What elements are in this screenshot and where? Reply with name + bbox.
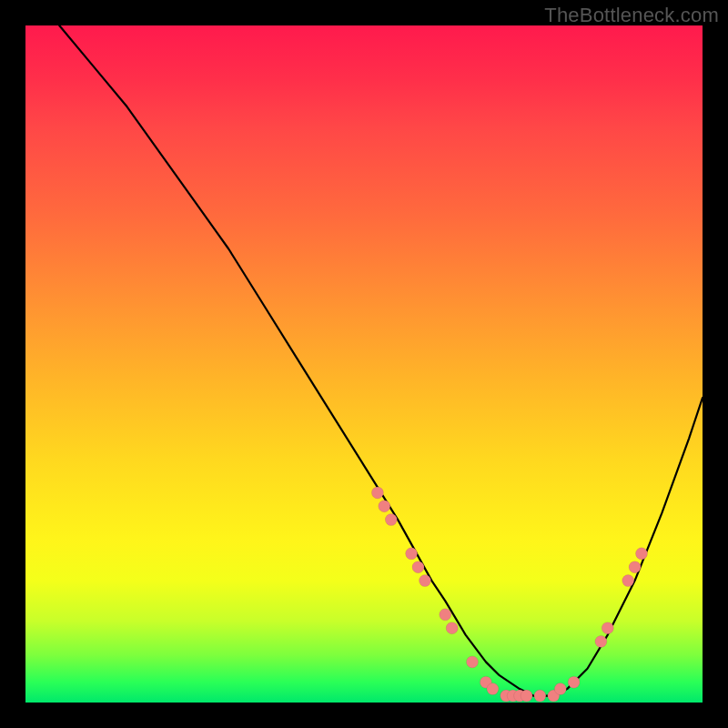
data-point-p16 [534, 690, 546, 702]
data-point-p5 [412, 561, 424, 573]
data-point-p24 [636, 548, 648, 560]
data-point-p15 [521, 690, 532, 702]
data-point-p7 [440, 609, 451, 621]
plot-area [25, 25, 703, 703]
data-point-p18 [554, 683, 566, 695]
data-point-p21 [602, 622, 613, 634]
data-point-p11 [487, 683, 499, 695]
data-point-p8 [446, 622, 458, 634]
watermark-text: TheBottleneck.com [544, 4, 719, 27]
data-point-p20 [595, 636, 607, 648]
data-point-p2 [379, 500, 390, 512]
data-points-group [371, 487, 647, 702]
bottleneck-curve [59, 25, 703, 696]
data-point-p4 [406, 548, 418, 560]
data-point-p3 [385, 514, 397, 526]
data-point-p1 [371, 487, 383, 499]
chart-svg [25, 25, 703, 703]
data-point-p23 [629, 561, 641, 573]
data-point-p19 [568, 676, 580, 688]
data-point-p22 [622, 575, 634, 587]
data-point-p6 [420, 575, 431, 587]
chart-frame: TheBottleneck.com [0, 0, 728, 728]
data-point-p9 [467, 656, 479, 668]
